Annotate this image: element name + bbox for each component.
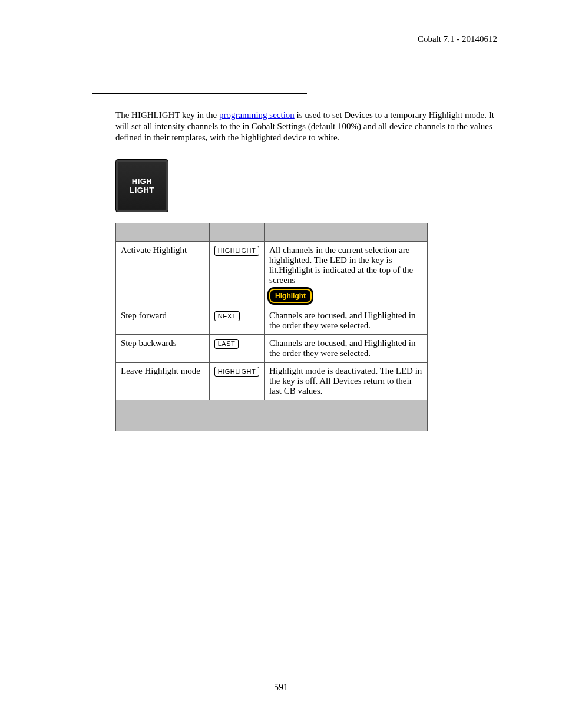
table-note-row [116, 400, 428, 431]
intro-paragraph: The HIGHLIGHT key in the programming sec… [115, 110, 498, 143]
page-content: The HIGHLIGHT key in the programming sec… [115, 110, 498, 431]
table-header-row [116, 223, 428, 242]
keycap-next: NEXT [214, 311, 240, 321]
table-row: Activate Highlight HIGHLIGHT All channel… [116, 242, 428, 307]
keycap-last: LAST [214, 339, 239, 349]
page-number: 591 [0, 682, 562, 693]
cell-action: Step backwards [116, 335, 210, 363]
cell-key: HIGHLIGHT [209, 242, 264, 307]
header-doc-id: Cobalt 7.1 - 20140612 [418, 34, 497, 44]
table-row: Step forward NEXT Channels are focused, … [116, 307, 428, 335]
cell-feedback: Channels are focused, and Highlighted in… [265, 335, 428, 363]
table-row: Step backwards LAST Channels are focused… [116, 335, 428, 363]
cell-feedback: All channels in the current selection ar… [265, 242, 428, 307]
cell-action: Leave Highlight mode [116, 363, 210, 400]
section-rule [92, 93, 307, 94]
highlight-key-image: HIGH LIGHT [115, 159, 168, 212]
cell-feedback: Highlight mode is deactivated. The LED i… [265, 363, 428, 400]
col-action [116, 223, 210, 242]
cell-action: Step forward [116, 307, 210, 335]
cell-key: NEXT [209, 307, 264, 335]
feedback-text: All channels in the current selection ar… [269, 245, 413, 285]
table-row: Leave Highlight mode HIGHLIGHT Highlight… [116, 363, 428, 400]
highlight-functions-table: Activate Highlight HIGHLIGHT All channel… [115, 223, 428, 431]
keycap-highlight: HIGHLIGHT [214, 367, 259, 377]
key-line1: HIGH [132, 177, 153, 186]
cell-feedback: Channels are focused, and Highlighted in… [265, 307, 428, 335]
key-line2: LIGHT [130, 186, 154, 195]
col-feedback [265, 223, 428, 242]
keycap-highlight: HIGHLIGHT [214, 246, 259, 256]
col-key [209, 223, 264, 242]
para-part1: The HIGHLIGHT key in the [115, 110, 219, 120]
note-cell [116, 400, 428, 431]
highlight-badge-icon: Highlight [269, 289, 312, 303]
cell-key: LAST [209, 335, 264, 363]
programming-section-link[interactable]: programming section [219, 110, 295, 120]
cell-action: Activate Highlight [116, 242, 210, 307]
cell-key: HIGHLIGHT [209, 363, 264, 400]
